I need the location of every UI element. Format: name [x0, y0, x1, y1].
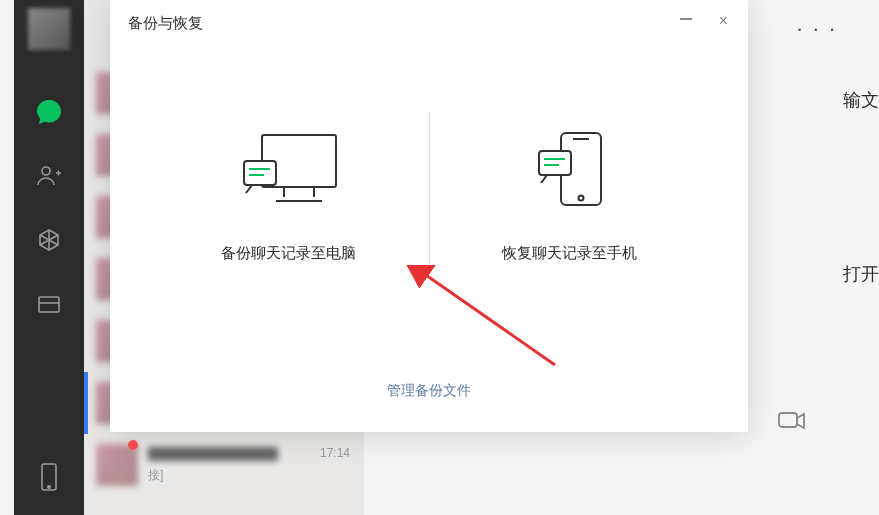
chat-icon[interactable]	[35, 98, 63, 126]
chat-preview: 接]	[148, 467, 278, 484]
favorites-icon[interactable]	[35, 226, 63, 254]
svg-rect-13	[539, 151, 571, 175]
files-icon[interactable]	[35, 290, 63, 318]
video-call-icon[interactable]	[777, 409, 807, 437]
chat-avatar	[96, 444, 138, 486]
chat-time: 17:14	[320, 446, 350, 460]
user-avatar[interactable]	[28, 8, 70, 50]
svg-point-12	[578, 196, 583, 201]
svg-rect-5	[779, 413, 797, 427]
backup-label: 备份聊天记录至电脑	[221, 244, 356, 263]
restore-label: 恢复聊天记录至手机	[502, 244, 637, 263]
phone-restore-icon	[525, 120, 615, 220]
manage-backup-link[interactable]: 管理备份文件	[110, 382, 748, 400]
svg-rect-7	[244, 161, 276, 185]
backup-to-computer-option[interactable]: 备份聊天记录至电脑	[149, 100, 429, 283]
more-icon[interactable]: · · ·	[796, 16, 837, 42]
svg-rect-2	[39, 297, 59, 312]
svg-point-4	[48, 486, 50, 488]
right-text-1: 输文	[843, 88, 879, 112]
backup-restore-modal: 备份与恢复 × 备份聊天记录至电脑	[110, 0, 748, 432]
restore-to-phone-option[interactable]: 恢复聊天记录至手机	[430, 100, 710, 283]
unread-badge	[128, 440, 138, 450]
contacts-icon[interactable]	[35, 162, 63, 190]
minimize-icon[interactable]	[680, 18, 692, 20]
phone-icon[interactable]	[35, 463, 63, 491]
close-icon[interactable]: ×	[719, 12, 728, 30]
chat-item[interactable]: 接] 17:14	[84, 434, 364, 496]
monitor-icon	[234, 120, 344, 220]
modal-title: 备份与恢复	[128, 14, 203, 33]
chat-name	[148, 447, 278, 461]
active-indicator	[84, 372, 88, 434]
sidebar	[14, 0, 84, 515]
modal-body: 备份聊天记录至电脑 恢复聊天记录至手机	[110, 100, 748, 283]
svg-point-1	[42, 167, 50, 175]
right-text-2: 打开	[843, 262, 879, 286]
